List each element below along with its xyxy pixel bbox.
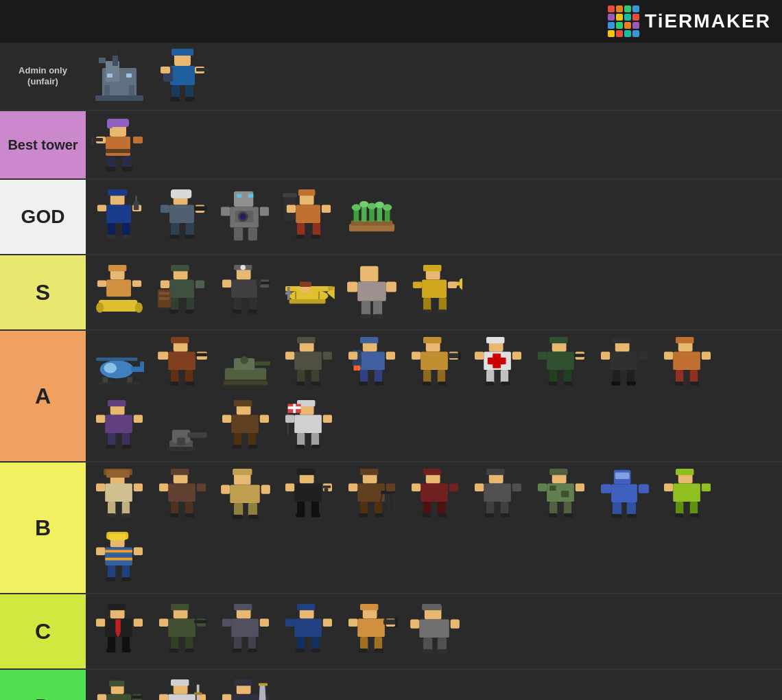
svg-rect-183 xyxy=(296,382,305,386)
svg-rect-459 xyxy=(106,694,131,700)
tower-figure xyxy=(92,47,147,106)
tier-label-b: B xyxy=(0,463,86,593)
svg-rect-391 xyxy=(105,557,132,560)
svg-rect-236 xyxy=(601,351,610,359)
tier-label-c: C xyxy=(0,594,86,668)
svg-rect-243 xyxy=(676,336,694,342)
logo-cell xyxy=(624,5,631,12)
list-item xyxy=(530,334,592,395)
tower-figure xyxy=(281,467,336,526)
svg-rect-119 xyxy=(233,310,241,314)
tier-content-god xyxy=(86,180,782,254)
svg-rect-209 xyxy=(486,336,504,342)
logo-cell xyxy=(624,14,631,21)
svg-rect-98 xyxy=(171,264,189,270)
svg-rect-290 xyxy=(105,483,132,501)
svg-rect-337 xyxy=(359,513,368,517)
tier-row-best: Best tower xyxy=(0,111,782,180)
logo-cell xyxy=(632,5,639,12)
tower-figure xyxy=(92,399,147,457)
svg-rect-102 xyxy=(159,297,169,300)
header: TiERMAKER xyxy=(0,0,782,43)
svg-rect-187 xyxy=(357,351,385,369)
svg-rect-226 xyxy=(538,351,547,359)
svg-rect-145 xyxy=(413,281,422,288)
tower-figure xyxy=(281,399,336,457)
svg-rect-313 xyxy=(233,514,243,519)
svg-rect-150 xyxy=(438,310,447,314)
svg-rect-430 xyxy=(294,618,322,636)
list-item xyxy=(88,465,150,527)
svg-rect-235 xyxy=(610,351,637,369)
svg-rect-246 xyxy=(702,351,711,359)
svg-rect-14 xyxy=(161,67,170,73)
svg-rect-392 xyxy=(96,547,105,555)
tower-figure xyxy=(92,530,147,589)
list-item xyxy=(88,114,150,176)
svg-rect-94 xyxy=(135,302,143,312)
tier-content-admin xyxy=(86,43,782,110)
svg-rect-469 xyxy=(168,694,196,700)
svg-rect-289 xyxy=(106,469,130,477)
svg-point-86 xyxy=(367,202,376,209)
tier-label-god: GOD xyxy=(0,180,86,254)
svg-rect-352 xyxy=(512,483,521,491)
svg-rect-378 xyxy=(676,468,694,474)
svg-rect-11 xyxy=(171,49,193,56)
svg-rect-37 xyxy=(97,205,106,211)
svg-rect-408 xyxy=(122,649,131,653)
tier-content-b xyxy=(86,463,782,593)
svg-rect-228 xyxy=(574,353,584,357)
svg-rect-180 xyxy=(323,351,332,359)
list-item xyxy=(88,528,150,590)
svg-rect-362 xyxy=(538,483,547,491)
svg-rect-462 xyxy=(132,695,143,699)
tower-figure xyxy=(660,336,715,394)
svg-rect-112 xyxy=(231,279,257,297)
list-item xyxy=(278,261,340,323)
svg-point-88 xyxy=(383,204,392,210)
tier-label-d: D xyxy=(0,670,86,700)
svg-rect-133 xyxy=(357,281,386,301)
list-item xyxy=(341,334,403,395)
svg-rect-250 xyxy=(690,382,699,386)
svg-rect-355 xyxy=(485,513,494,517)
svg-rect-436 xyxy=(311,649,320,653)
tier-row-d: D xyxy=(0,670,782,700)
tower-figure xyxy=(281,603,336,661)
svg-rect-447 xyxy=(375,649,383,653)
svg-rect-375 xyxy=(611,514,621,518)
svg-rect-360 xyxy=(549,485,556,491)
list-item xyxy=(88,186,150,248)
svg-rect-31 xyxy=(122,167,132,172)
svg-rect-163 xyxy=(158,351,168,359)
svg-rect-55 xyxy=(234,191,253,207)
svg-rect-350 xyxy=(484,483,511,501)
tower-figure xyxy=(155,467,210,526)
svg-rect-484 xyxy=(259,683,268,686)
list-item xyxy=(88,45,150,107)
svg-rect-439 xyxy=(357,618,385,636)
svg-rect-132 xyxy=(360,266,378,281)
svg-rect-421 xyxy=(231,618,259,636)
list-item xyxy=(152,676,213,700)
svg-marker-483 xyxy=(259,684,266,700)
svg-rect-397 xyxy=(122,577,131,581)
tier-label-best: Best tower xyxy=(0,111,86,178)
svg-rect-401 xyxy=(115,619,121,632)
svg-rect-388 xyxy=(109,533,126,539)
svg-rect-67 xyxy=(298,189,316,195)
svg-rect-351 xyxy=(475,483,484,491)
svg-rect-276 xyxy=(294,415,322,432)
svg-rect-62 xyxy=(234,227,243,240)
svg-rect-327 xyxy=(360,468,378,474)
svg-rect-299 xyxy=(168,483,196,501)
tower-figure xyxy=(92,603,147,661)
list-item xyxy=(215,334,276,395)
svg-rect-307 xyxy=(233,468,252,474)
svg-rect-23 xyxy=(107,121,112,128)
svg-rect-138 xyxy=(360,314,370,318)
list-item xyxy=(152,45,213,107)
svg-rect-342 xyxy=(412,483,420,491)
svg-rect-435 xyxy=(296,649,305,653)
